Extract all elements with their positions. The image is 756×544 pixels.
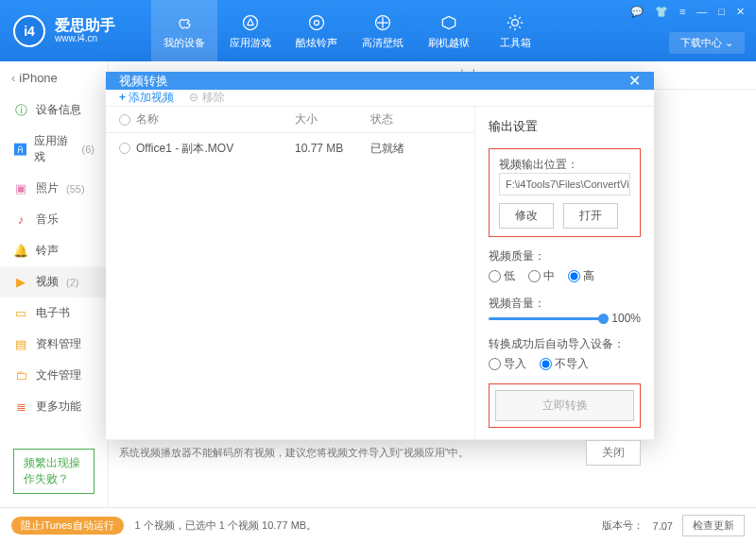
convert-button-group: 立即转换 [489, 383, 641, 428]
nav-toolbox[interactable]: 工具箱 [482, 0, 548, 61]
nav-wallpaper[interactable]: 高清壁纸 [350, 0, 416, 61]
maximize-icon[interactable]: □ [718, 6, 725, 18]
dialog-title: 视频转换 [119, 73, 168, 90]
version-value: 7.07 [653, 520, 673, 532]
nav-apps[interactable]: 应用游戏 [217, 0, 284, 61]
output-path-group: 视频输出位置： F:\i4Tools7\Files\ConvertVideo 修… [489, 148, 641, 237]
dialog-close-button[interactable]: 关闭 [586, 440, 641, 466]
svg-point-4 [512, 19, 519, 26]
sidebar-item[interactable]: ≣更多功能 [0, 391, 108, 422]
status-bar: 阻止iTunes自动运行 1 个视频，已选中 1 个视频 10.77 MB。 版… [0, 507, 756, 543]
apple-icon [174, 12, 195, 33]
sidebar-item[interactable]: ▭电子书 [0, 298, 108, 329]
sidebar-item-icon: ≣ [13, 400, 28, 415]
file-status: 已就绪 [370, 141, 427, 157]
help-link[interactable]: 频繁出现操作失败？ [13, 449, 94, 494]
sidebar-item-label: 资料管理 [36, 336, 81, 352]
dialog-toolbar: 添加视频 ⊖ 移除 [106, 90, 654, 107]
app-logo-icon: i4 [13, 15, 45, 47]
download-center-button[interactable]: 下载中心 ⌄ [669, 32, 745, 54]
volume-label: 视频音量： [489, 296, 641, 312]
window-controls: 💬 👕 ≡ — □ ✕ [630, 6, 745, 18]
video-list: 名称 大小 状态 Office1 - 副本.MOV 10.77 MB 已就绪 [106, 107, 474, 439]
sidebar: iPhone ⓘ设备信息🅰应用游戏(6)▣照片(55)♪音乐🔔铃声▶视频(2)▭… [0, 61, 109, 507]
sidebar-item[interactable]: ▶视频(2) [0, 266, 108, 298]
convert-button[interactable]: 立即转换 [495, 390, 634, 421]
volume-slider[interactable] [489, 317, 604, 320]
sidebar-item-count: (55) [66, 183, 85, 195]
chat-icon[interactable]: 💬 [630, 6, 644, 18]
import-yes[interactable]: 导入 [489, 356, 526, 372]
sidebar-item-label: 铃声 [36, 243, 59, 259]
sidebar-item-label: 应用游戏 [34, 133, 74, 165]
sidebar-item-icon: ▭ [13, 306, 28, 321]
add-video-button[interactable]: 添加视频 [119, 90, 174, 106]
sidebar-item-label: 设备信息 [36, 102, 81, 118]
menu-icon[interactable]: ≡ [679, 6, 685, 18]
sidebar-item-label: 照片 [36, 180, 59, 196]
sidebar-item[interactable]: ♪音乐 [0, 204, 108, 235]
open-path-button[interactable]: 打开 [563, 203, 618, 229]
list-header: 名称 大小 状态 [106, 107, 474, 133]
sidebar-item-icon: ▶ [13, 275, 28, 290]
import-no[interactable]: 不导入 [540, 356, 589, 372]
footer-hint: 系统视频播放器不能解码所有视频，建议您将视频文件导入到“视频应用”中。 [119, 446, 469, 460]
shirt-icon[interactable]: 👕 [655, 6, 668, 18]
sidebar-item-label: 文件管理 [36, 367, 81, 383]
image-icon [372, 12, 393, 33]
nav-jailbreak[interactable]: 刷机越狱 [416, 0, 482, 61]
box-icon [438, 12, 459, 33]
sidebar-item[interactable]: 🅰应用游戏(6) [0, 126, 108, 173]
sidebar-item-count: (2) [66, 277, 78, 288]
sidebar-item[interactable]: ▤资料管理 [0, 329, 108, 360]
music-icon [306, 12, 327, 33]
sidebar-item-icon: ⓘ [13, 103, 28, 118]
output-section-title: 输出设置 [489, 118, 641, 135]
list-item[interactable]: Office1 - 副本.MOV 10.77 MB 已就绪 [106, 133, 474, 163]
row-select-radio[interactable] [119, 143, 130, 154]
sidebar-item[interactable]: 🔔铃声 [0, 235, 108, 266]
sidebar-item-count: (6) [82, 144, 94, 155]
dialog-footer: 系统视频播放器不能解码所有视频，建议您将视频文件导入到“视频应用”中。 关闭 [106, 439, 654, 466]
sidebar-item[interactable]: ▣照片(55) [0, 173, 108, 204]
logo: i4 爱思助手 www.i4.cn [0, 15, 151, 47]
svg-point-2 [315, 20, 319, 25]
sidebar-item-icon: 🅰 [13, 142, 26, 157]
nav-ringtones[interactable]: 酷炫铃声 [284, 0, 350, 61]
output-path-field[interactable]: F:\i4Tools7\Files\ConvertVideo [499, 173, 630, 196]
minimize-icon[interactable]: — [696, 6, 707, 18]
output-settings: 输出设置 视频输出位置： F:\i4Tools7\Files\ConvertVi… [474, 107, 654, 439]
remove-video-button[interactable]: ⊖ 移除 [189, 90, 224, 106]
svg-point-1 [310, 15, 324, 29]
sidebar-item-icon: ▣ [13, 181, 28, 196]
slider-thumb[interactable] [598, 314, 609, 324]
sidebar-item-icon: ▤ [13, 337, 28, 352]
quality-low[interactable]: 低 [489, 268, 515, 284]
quality-radios: 低 中 高 [489, 268, 641, 284]
nav-device[interactable]: 我的设备 [151, 0, 217, 61]
modify-path-button[interactable]: 修改 [499, 203, 554, 229]
output-path-label: 视频输出位置： [499, 157, 630, 173]
appstore-icon [240, 12, 261, 33]
device-name[interactable]: iPhone [0, 61, 108, 94]
quality-high[interactable]: 高 [568, 268, 594, 284]
sidebar-item[interactable]: ⓘ设备信息 [0, 94, 108, 126]
select-all-radio[interactable] [119, 114, 130, 126]
file-size: 10.77 MB [295, 142, 370, 155]
sidebar-item-label: 音乐 [36, 212, 59, 228]
top-nav: 我的设备 应用游戏 酷炫铃声 高清壁纸 刷机越狱 工具箱 [151, 0, 548, 61]
dialog-close-icon[interactable]: ✕ [628, 72, 641, 90]
sidebar-item[interactable]: 🗀文件管理 [0, 360, 108, 391]
itunes-block-toggle[interactable]: 阻止iTunes自动运行 [11, 517, 124, 535]
sidebar-item-label: 视频 [36, 274, 59, 290]
close-icon[interactable]: ✕ [736, 6, 745, 18]
sidebar-item-label: 更多功能 [36, 399, 81, 415]
sidebar-item-icon: 🔔 [13, 244, 28, 259]
quality-label: 视频质量： [489, 248, 641, 264]
file-name: Office1 - 副本.MOV [136, 141, 233, 157]
app-header: i4 爱思助手 www.i4.cn 我的设备 应用游戏 酷炫铃声 高清壁纸 刷机… [0, 0, 756, 61]
quality-mid[interactable]: 中 [528, 268, 555, 284]
video-convert-dialog: 视频转换 ✕ 添加视频 ⊖ 移除 名称 大小 状态 Office1 - 副本.M… [106, 72, 654, 440]
dialog-titlebar: 视频转换 ✕ [106, 72, 654, 90]
check-update-button[interactable]: 检查更新 [682, 515, 745, 536]
